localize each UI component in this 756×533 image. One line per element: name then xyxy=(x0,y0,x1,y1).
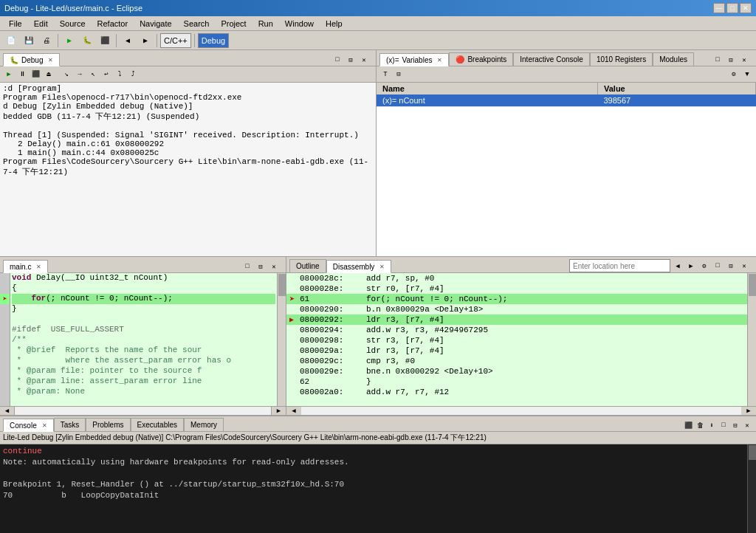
disasm-minimize-btn[interactable]: □ xyxy=(712,260,724,272)
collapse-btn[interactable]: ⊟ xyxy=(393,69,405,80)
tasks-tab[interactable]: Tasks xyxy=(54,418,86,431)
code-panel-controls: □ ⊟ ✕ xyxy=(241,261,283,272)
nav-back-btn[interactable]: ◀ xyxy=(672,260,684,272)
code-h-scrollbar[interactable]: ◀ ▶ xyxy=(0,406,286,415)
nav-forward-btn[interactable]: ▶ xyxy=(685,260,697,272)
console-scroll-end-btn[interactable]: ⬇ xyxy=(706,419,718,431)
disasm-settings-btn[interactable]: ⚙ xyxy=(698,260,710,272)
console-terminate-btn[interactable]: ⬛ xyxy=(682,419,694,431)
code-scrollbar-thumb[interactable] xyxy=(278,274,286,296)
back-button[interactable]: ◀ xyxy=(120,32,136,49)
menu-help[interactable]: Help xyxy=(320,18,348,30)
console-close-btn[interactable]: ✕ xyxy=(741,419,753,431)
terminate-btn[interactable]: ⬛ xyxy=(30,69,41,80)
run-button[interactable]: ▶ xyxy=(61,32,78,49)
disasm-close-btn[interactable]: ✕ xyxy=(738,260,750,272)
outline-tab[interactable]: Outline xyxy=(289,259,326,272)
maximize-panel-btn[interactable]: ⊟ xyxy=(345,54,357,66)
menu-source[interactable]: Source xyxy=(54,18,92,30)
variables-tab-close[interactable]: ✕ xyxy=(437,57,442,63)
new-button[interactable]: 📄 xyxy=(3,32,19,49)
breakpoints-tab[interactable]: 🔴 Breakpoints xyxy=(449,52,513,66)
disasm-tab-close[interactable]: ✕ xyxy=(379,264,385,270)
var-close-btn[interactable]: ✕ xyxy=(738,54,750,66)
minimize-panel-btn[interactable]: □ xyxy=(331,54,343,66)
drop-frame-btn[interactable]: ↩ xyxy=(100,69,112,80)
menu-search[interactable]: Search xyxy=(178,18,216,30)
perspective-label[interactable]: C/C++ xyxy=(160,33,191,48)
stop-button[interactable]: ⬛ xyxy=(97,32,113,49)
code-line-10: * @param file: pointer to the source f xyxy=(12,366,275,376)
disasm-scroll-right[interactable]: ▶ xyxy=(741,407,756,415)
menu-project[interactable]: Project xyxy=(215,18,252,30)
debug-tab-close[interactable]: ✕ xyxy=(48,57,53,63)
debug-line-2: Program Files\openocd-r717\bin\openocd-f… xyxy=(3,93,373,102)
location-input[interactable] xyxy=(569,259,670,272)
forward-button[interactable]: ▶ xyxy=(137,32,154,49)
debug-tab[interactable]: 🐛 Debug ✕ xyxy=(3,53,60,66)
registers-tab[interactable]: 1010 Registers xyxy=(590,52,653,66)
menu-refactor[interactable]: Refactor xyxy=(92,18,134,30)
step-over-btn[interactable]: → xyxy=(74,69,86,80)
save-button[interactable]: 💾 xyxy=(21,32,37,49)
variables-tab[interactable]: (x)= Variables ✕ xyxy=(379,53,449,66)
console-clear-btn[interactable]: 🗑 xyxy=(694,419,706,431)
menu-navigate[interactable]: Navigate xyxy=(134,18,177,30)
modules-tab[interactable]: Modules xyxy=(653,52,694,66)
window-controls[interactable]: — □ ✕ xyxy=(713,3,752,13)
suspend-btn[interactable]: ⏸ xyxy=(16,69,28,80)
menu-file[interactable]: File xyxy=(3,18,28,30)
instruction-step-over-btn[interactable]: ⤴ xyxy=(127,69,139,80)
code-minimize-btn[interactable]: □ xyxy=(241,261,253,272)
code-scrollbar[interactable] xyxy=(277,273,286,406)
console-minimize-btn[interactable]: □ xyxy=(718,419,729,431)
step-return-btn[interactable]: ↖ xyxy=(87,69,99,80)
instruction-step-into-btn[interactable]: ⤵ xyxy=(114,69,126,80)
disassembly-tab[interactable]: Disassembly ✕ xyxy=(326,260,392,273)
resume-btn[interactable]: ▶ xyxy=(3,69,15,80)
close-button[interactable]: ✕ xyxy=(740,3,752,13)
disasm-scrollbar-thumb[interactable] xyxy=(749,274,756,296)
console-tab[interactable]: Console ✕ xyxy=(3,419,54,432)
h-scrollbar-track[interactable] xyxy=(15,407,271,415)
problems-tab[interactable]: Problems xyxy=(86,418,130,431)
interactive-console-tab[interactable]: Interactive Console xyxy=(513,52,590,66)
close-panel-btn[interactable]: ✕ xyxy=(358,54,370,66)
code-maximize-btn[interactable]: ⊟ xyxy=(255,261,267,272)
menu-window[interactable]: Window xyxy=(279,18,320,30)
disasm-scrollbar[interactable] xyxy=(747,273,756,406)
var-menu-btn[interactable]: ▼ xyxy=(741,69,753,80)
menu-run[interactable]: Run xyxy=(252,18,279,30)
console-scrollbar[interactable] xyxy=(747,444,756,533)
main-toolbar: 📄 💾 🖨 ▶ 🐛 ⬛ ◀ ▶ C/C++ Debug xyxy=(0,31,756,50)
minimize-button[interactable]: — xyxy=(713,3,725,13)
disasm-h-scrollbar[interactable]: ◀ ▶ xyxy=(286,406,756,415)
console-tab-close[interactable]: ✕ xyxy=(42,422,47,429)
executables-tab[interactable]: Executables xyxy=(131,418,184,431)
variable-row[interactable]: (x)= nCount 398567 xyxy=(377,94,756,107)
disasm-scroll-left[interactable]: ◀ xyxy=(286,407,301,415)
disasm-line-8: 0800029a: ldr r3, [r7, #4] xyxy=(286,345,747,356)
step-into-btn[interactable]: ↘ xyxy=(61,69,72,80)
debug-label[interactable]: Debug xyxy=(198,33,229,48)
main-c-tab[interactable]: main.c ✕ xyxy=(3,260,48,273)
disasm-maximize-btn[interactable]: ⊟ xyxy=(725,260,737,272)
disconnect-btn[interactable]: ⏏ xyxy=(43,69,55,80)
code-area[interactable]: void Delay(__IO uint32_t nCount) { for(;… xyxy=(10,273,277,406)
var-settings-btn[interactable]: ⚙ xyxy=(728,69,740,80)
disasm-h-track[interactable] xyxy=(301,407,741,415)
show-type-btn[interactable]: T xyxy=(379,69,391,80)
maximize-button[interactable]: □ xyxy=(726,3,738,13)
scroll-left-btn[interactable]: ◀ xyxy=(0,407,15,415)
menu-edit[interactable]: Edit xyxy=(28,18,54,30)
console-maximize-btn[interactable]: ⊟ xyxy=(729,419,741,431)
console-scroll-thumb[interactable] xyxy=(749,445,756,460)
memory-tab[interactable]: Memory xyxy=(184,418,224,431)
var-maximize-btn[interactable]: ⊟ xyxy=(725,54,737,66)
print-button[interactable]: 🖨 xyxy=(38,32,55,49)
main-c-tab-close[interactable]: ✕ xyxy=(36,264,41,270)
code-close-btn[interactable]: ✕ xyxy=(268,261,280,272)
var-minimize-btn[interactable]: □ xyxy=(712,54,724,66)
debug-button[interactable]: 🐛 xyxy=(79,32,95,49)
scroll-right-btn[interactable]: ▶ xyxy=(271,407,286,415)
